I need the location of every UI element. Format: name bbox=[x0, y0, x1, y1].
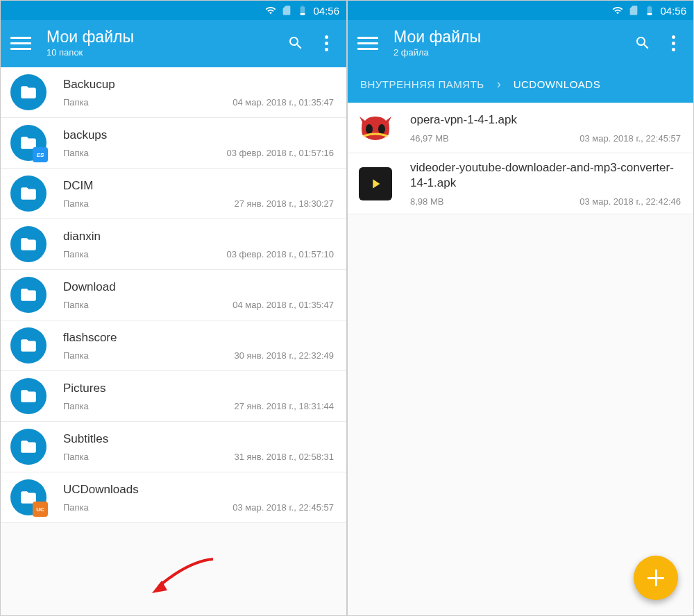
row-text: backups Папка 03 февр. 2018 г., 01:57:16 bbox=[63, 128, 334, 158]
row-text: Pictures Папка 27 янв. 2018 г., 18:31:44 bbox=[63, 382, 334, 411]
row-text: opera-vpn-1-4-1.apk 46,97 MB 03 мар. 201… bbox=[410, 112, 681, 144]
folder-name: Download bbox=[63, 280, 334, 294]
breadcrumb-item-active[interactable]: UCDOWNLOADS bbox=[514, 78, 601, 90]
file-row[interactable]: opera-vpn-1-4-1.apk 46,97 MB 03 мар. 201… bbox=[348, 103, 693, 153]
folder-row[interactable]: Backucup Папка 04 мар. 2018 г., 01:35:47 bbox=[1, 67, 346, 118]
overflow-menu[interactable] bbox=[325, 35, 328, 51]
file-row[interactable]: videoder-youtube-downloader-and-mp3-conv… bbox=[348, 153, 693, 214]
folder-date: 03 мар. 2018 г., 22:45:57 bbox=[232, 502, 334, 513]
folder-type: Папка bbox=[63, 198, 89, 209]
folder-row[interactable]: DCIM Папка 27 янв. 2018 г., 18:30:27 bbox=[1, 169, 346, 219]
row-text: UCDownloads Папка 03 мар. 2018 г., 22:45… bbox=[63, 483, 334, 513]
folder-date: 27 янв. 2018 г., 18:30:27 bbox=[234, 198, 334, 209]
sim-icon bbox=[281, 5, 292, 16]
folder-type: Папка bbox=[63, 401, 89, 411]
status-bar: 04:56 bbox=[348, 1, 693, 20]
overflow-menu[interactable] bbox=[672, 35, 675, 51]
file-list: opera-vpn-1-4-1.apk 46,97 MB 03 мар. 201… bbox=[348, 103, 693, 214]
app-title: Мои файлы bbox=[46, 28, 287, 46]
app-subtitle: 2 файла bbox=[393, 47, 634, 58]
folder-date: 03 февр. 2018 г., 01:57:16 bbox=[227, 148, 334, 158]
folder-name: Pictures bbox=[63, 382, 334, 395]
app-badge-icon bbox=[33, 502, 48, 517]
title-block: Мои файлы 2 файла bbox=[393, 28, 634, 58]
fab-add[interactable] bbox=[634, 556, 678, 600]
clock: 04:56 bbox=[660, 5, 686, 17]
search-icon[interactable] bbox=[287, 35, 304, 51]
folder-date: 30 янв. 2018 г., 22:32:49 bbox=[234, 350, 334, 361]
folder-row[interactable]: dianxin Папка 03 февр. 2018 г., 01:57:10 bbox=[1, 219, 346, 270]
folder-icon bbox=[10, 479, 46, 515]
app-badge-icon bbox=[33, 147, 48, 162]
folder-row[interactable]: Subtitles Папка 31 янв. 2018 г., 02:58:3… bbox=[1, 422, 346, 472]
menu-button[interactable] bbox=[10, 37, 31, 50]
row-text: flashscore Папка 30 янв. 2018 г., 22:32:… bbox=[63, 331, 334, 361]
svg-point-0 bbox=[366, 124, 373, 134]
arrow-annotation bbox=[151, 556, 220, 597]
folder-icon bbox=[10, 429, 46, 465]
folder-type: Папка bbox=[63, 148, 89, 158]
folder-row[interactable]: flashscore Папка 30 янв. 2018 г., 22:32:… bbox=[1, 320, 346, 371]
folder-row[interactable]: backups Папка 03 февр. 2018 г., 01:57:16 bbox=[1, 118, 346, 169]
app-bar: Мои файлы 10 папок bbox=[1, 20, 346, 67]
opera-vpn-icon bbox=[357, 110, 393, 146]
wifi-icon bbox=[612, 5, 623, 16]
folder-date: 03 февр. 2018 г., 01:57:10 bbox=[227, 249, 334, 259]
search-icon[interactable] bbox=[634, 35, 651, 51]
file-name: opera-vpn-1-4-1.apk bbox=[410, 112, 681, 128]
folder-icon bbox=[10, 378, 46, 414]
videoder-icon bbox=[357, 166, 393, 202]
folder-row[interactable]: Download Папка 04 мар. 2018 г., 01:35:47 bbox=[1, 270, 346, 320]
folder-date: 31 янв. 2018 г., 02:58:31 bbox=[234, 452, 334, 462]
folder-date: 04 мар. 2018 г., 01:35:47 bbox=[232, 97, 334, 108]
folder-icon bbox=[10, 226, 46, 262]
folder-type: Папка bbox=[63, 502, 89, 513]
folder-icon bbox=[10, 277, 46, 313]
folder-type: Папка bbox=[63, 300, 89, 310]
sim-icon bbox=[628, 5, 639, 16]
clock: 04:56 bbox=[313, 5, 339, 17]
folder-icon bbox=[10, 176, 46, 212]
folder-name: UCDownloads bbox=[63, 483, 334, 497]
menu-button[interactable] bbox=[357, 37, 378, 50]
app-title: Мои файлы bbox=[393, 28, 634, 46]
battery-icon bbox=[297, 5, 308, 16]
folder-name: DCIM bbox=[63, 179, 334, 193]
breadcrumb-item[interactable]: ВНУТРЕННЯЯ ПАМЯТЬ bbox=[360, 78, 484, 90]
file-size: 8,98 MB bbox=[410, 196, 443, 207]
row-text: DCIM Папка 27 янв. 2018 г., 18:30:27 bbox=[63, 179, 334, 209]
breadcrumb: ВНУТРЕННЯЯ ПАМЯТЬ › UCDOWNLOADS bbox=[348, 67, 693, 103]
folder-name: dianxin bbox=[63, 230, 334, 243]
row-text: dianxin Папка 03 февр. 2018 г., 01:57:10 bbox=[63, 230, 334, 259]
folder-type: Папка bbox=[63, 452, 89, 462]
app-bar: Мои файлы 2 файла bbox=[348, 20, 693, 67]
folder-icon bbox=[10, 74, 46, 110]
folder-date: 27 янв. 2018 г., 18:31:44 bbox=[234, 401, 334, 411]
title-block: Мои файлы 10 папок bbox=[46, 28, 287, 58]
wifi-icon bbox=[265, 5, 276, 16]
folder-row[interactable]: UCDownloads Папка 03 мар. 2018 г., 22:45… bbox=[1, 472, 346, 523]
folder-name: Backucup bbox=[63, 78, 334, 92]
row-text: Subtitles Папка 31 янв. 2018 г., 02:58:3… bbox=[63, 432, 334, 462]
screen-left: 04:56 Мои файлы 10 папок Backucup Папка … bbox=[0, 0, 347, 616]
folder-type: Папка bbox=[63, 350, 89, 361]
folder-row[interactable]: Pictures Папка 27 янв. 2018 г., 18:31:44 bbox=[1, 371, 346, 422]
folder-icon bbox=[10, 327, 46, 363]
battery-icon bbox=[644, 5, 655, 16]
status-bar: 04:56 bbox=[1, 1, 346, 20]
file-name: videoder-youtube-downloader-and-mp3-conv… bbox=[410, 160, 681, 191]
folder-name: Subtitles bbox=[63, 432, 334, 446]
folder-type: Папка bbox=[63, 97, 89, 108]
folder-name: backups bbox=[63, 128, 334, 142]
folder-date: 04 мар. 2018 г., 01:35:47 bbox=[232, 300, 334, 310]
file-size: 46,97 MB bbox=[410, 133, 449, 144]
file-date: 03 мар. 2018 г., 22:42:46 bbox=[579, 196, 681, 207]
folder-icon bbox=[10, 125, 46, 161]
app-subtitle: 10 папок bbox=[46, 47, 287, 58]
row-text: Backucup Папка 04 мар. 2018 г., 01:35:47 bbox=[63, 78, 334, 108]
folder-type: Папка bbox=[63, 249, 89, 259]
chevron-right-icon: › bbox=[497, 77, 501, 92]
folder-name: flashscore bbox=[63, 331, 334, 345]
folder-list: Backucup Папка 04 мар. 2018 г., 01:35:47… bbox=[1, 67, 346, 523]
file-date: 03 мар. 2018 г., 22:45:57 bbox=[579, 133, 681, 144]
